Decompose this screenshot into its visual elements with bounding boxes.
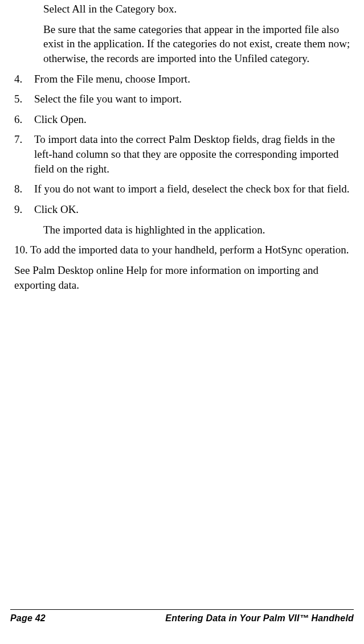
step-7: 7. To import data into the correct Palm … — [10, 132, 354, 176]
step-number: 8. — [14, 182, 34, 196]
step-text: Select the file you want to import. — [34, 92, 354, 106]
continued-note-2: Be sure that the same categories that ap… — [43, 22, 354, 66]
step-5: 5. Select the file you want to import. — [10, 92, 354, 106]
step-number: 7. — [14, 132, 34, 176]
step-10: 10. To add the imported data to your han… — [10, 243, 354, 257]
closing-paragraph: See Palm Desktop online Help for more in… — [14, 263, 354, 292]
footer-rule — [10, 609, 354, 610]
step-9: 9. Click OK. — [10, 202, 354, 217]
step-8: 8. If you do not want to import a field,… — [10, 182, 354, 196]
step-number: 6. — [14, 112, 34, 127]
step-text: From the File menu, choose Import. — [34, 72, 354, 87]
step-6: 6. Click Open. — [10, 112, 354, 127]
step-number: 9. — [14, 202, 34, 217]
step-number: 10. — [14, 243, 30, 257]
document-page: Select All in the Category box. Be sure … — [0, 0, 364, 292]
body-text: Select All in the Category box. — [43, 3, 177, 15]
chapter-title: Entering Data in Your Palm VII™ Handheld — [165, 613, 354, 624]
step-text: To add the imported data to your handhel… — [30, 243, 354, 257]
step-number: 5. — [14, 92, 34, 106]
step-text: Click OK. — [34, 202, 354, 217]
step-number: 4. — [14, 72, 34, 87]
step-text: To import data into the correct Palm Des… — [34, 132, 354, 176]
body-text: Be sure that the same categories that ap… — [43, 23, 350, 64]
continued-note-1: Select All in the Category box. — [43, 2, 354, 17]
body-text: See Palm Desktop online Help for more in… — [14, 264, 318, 291]
step-4: 4. From the File menu, choose Import. — [10, 72, 354, 87]
step-9-subtext: The imported data is highlighted in the … — [43, 223, 354, 237]
body-text: The imported data is highlighted in the … — [43, 224, 265, 236]
step-text: Click Open. — [34, 112, 354, 127]
page-footer: Page 42 Entering Data in Your Palm VII™ … — [10, 609, 354, 624]
step-text: If you do not want to import a field, de… — [34, 182, 354, 196]
footer-row: Page 42 Entering Data in Your Palm VII™ … — [10, 613, 354, 624]
page-number: Page 42 — [10, 613, 46, 624]
